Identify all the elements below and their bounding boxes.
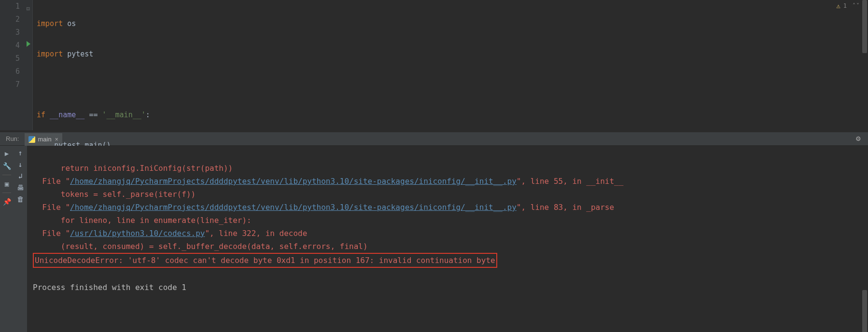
editor-scrollbar[interactable] [862, 0, 867, 130]
trash-icon[interactable]: 🗑 [17, 195, 24, 204]
pin-icon[interactable]: 📌 [2, 197, 12, 207]
gutter-line: 5 [0, 52, 20, 65]
dunder-name: __name__ [50, 111, 84, 119]
editor-gutter: 1⊟ 2 3 4 5 6 7 [0, 0, 33, 130]
run-tool-window: Run: main × ⚙ ▶ 🔧 ▣ 📌 ↑ ↓ ↲ 🖶 🗑 return i… [0, 132, 868, 332]
run-toolbar-left1: ▶ 🔧 ▣ 📌 [0, 146, 14, 332]
traceback-line: for lineno, line in enumerate(line_iter)… [33, 216, 252, 225]
file-link[interactable]: /home/zhangjq/PycharmProjects/ddddpytest… [70, 177, 517, 186]
gutter-line: 4 [0, 39, 20, 52]
up-arrow-icon[interactable]: ↑ [18, 149, 22, 157]
file-link[interactable]: /usr/lib/python3.10/codecs.py [70, 229, 205, 238]
traceback-file: File "/usr/lib/python3.10/codecs.py", li… [33, 229, 307, 238]
file-link[interactable]: /home/zhangjq/PycharmProjects/ddddpytest… [70, 203, 517, 212]
kw-import: import [37, 19, 63, 28]
python-icon [28, 136, 35, 143]
chevron-up-icon[interactable]: ˄ [853, 2, 855, 9]
layout-icon[interactable]: ▣ [2, 179, 12, 189]
chevron-down-icon[interactable]: ˅ [856, 2, 859, 9]
run-body: ▶ 🔧 ▣ 📌 ↑ ↓ ↲ 🖶 🗑 return iniconfig.IniCo… [0, 146, 868, 332]
error-highlight-box: UnicodeDecodeError: 'utf-8' codec can't … [33, 253, 497, 268]
gutter-line: 1⊟ [0, 0, 20, 13]
gutter-line: 6 [0, 65, 20, 78]
wrench-icon[interactable]: 🔧 [2, 161, 12, 171]
kw-if: if [37, 111, 45, 119]
inspection-nav[interactable]: ˄ ˅ [853, 2, 859, 9]
fold-icon[interactable]: ⊟ [27, 2, 30, 15]
rerun-icon[interactable]: ▶ [2, 149, 12, 158]
error-message: UnicodeDecodeError: 'utf-8' codec can't … [35, 256, 495, 265]
down-arrow-icon[interactable]: ↓ [18, 160, 22, 169]
module-name: pytest [67, 50, 93, 58]
code-area[interactable]: import os import pytest if __name__ == '… [33, 0, 868, 130]
console-scrollbar[interactable] [862, 146, 867, 332]
traceback-file: File "/home/zhangjq/PycharmProjects/dddd… [33, 203, 614, 212]
process-exit-line: Process finished with exit code 1 [33, 283, 186, 292]
wrap-icon[interactable]: ↲ [18, 172, 22, 180]
operator: == [89, 111, 98, 119]
warning-count: 1 [843, 2, 847, 9]
print-icon[interactable]: 🖶 [17, 183, 24, 192]
string-literal: '__main__' [102, 111, 145, 119]
colon: : [146, 111, 150, 119]
run-gutter-icon[interactable] [27, 41, 30, 47]
traceback-file: File "/home/zhangjq/PycharmProjects/dddd… [33, 177, 623, 186]
traceback-line: (result, consumed) = self._buffer_decode… [33, 242, 368, 251]
run-toolbar-left2: ↑ ↓ ↲ 🖶 🗑 [14, 146, 27, 332]
module-name: os [67, 19, 76, 28]
kw-import: import [37, 50, 63, 58]
code-editor: 1⊟ 2 3 4 5 6 7 import os import pytest i… [0, 0, 868, 130]
traceback-line: tokens = self._parse(iter(f)) [33, 190, 196, 199]
run-label: Run: [0, 135, 25, 142]
traceback-line: return iniconfig.IniConfig(str(path)) [33, 164, 233, 173]
warning-icon: ⚠ [836, 2, 840, 10]
console-output[interactable]: return iniconfig.IniConfig(str(path)) Fi… [27, 146, 868, 332]
gutter-line: 2 [0, 13, 20, 26]
editor-inspections[interactable]: ⚠ 1 ˄ ˅ [836, 2, 859, 10]
gutter-line: 3 [0, 26, 20, 39]
gutter-line: 7 [0, 78, 20, 91]
